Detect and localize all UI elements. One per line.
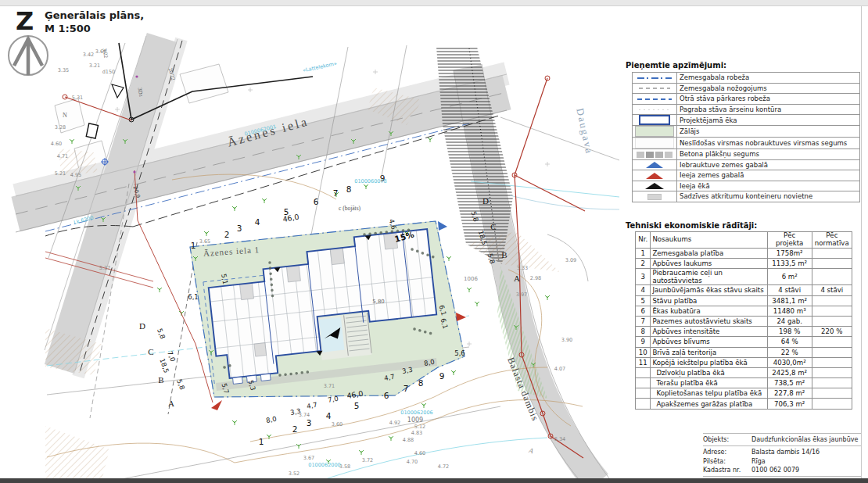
row-name: Apakšzemes garāžas platība — [651, 399, 767, 409]
row-project-value: 4030,0m² — [767, 357, 812, 367]
row-name: Ēkas kubatūra — [651, 306, 767, 316]
indicators-header-nr: Nr. — [636, 232, 651, 249]
row-project-value: 2425,8 m² — [767, 367, 812, 377]
info-row: Adrese:Balasta dambis 14/16 — [703, 445, 861, 456]
dash-blue-swatch — [633, 94, 677, 105]
row-name: Dzīvokļu platība ēkā — [651, 367, 767, 377]
row-project-value: 22 % — [767, 347, 812, 357]
legend-row: Ieeja zemes gabalā — [633, 170, 860, 181]
indicators-row: Dzīvokļu platība ēkā2425,8 m² — [636, 367, 852, 377]
row-name: Apbūves blīvums — [651, 337, 767, 347]
row-nr: 1 — [636, 249, 651, 259]
row-name: Apbūves laukums — [651, 259, 767, 269]
row-normative-value — [812, 269, 852, 285]
row-nr: 11 — [636, 357, 651, 367]
bin-swatch — [633, 191, 677, 202]
row-nr: 9 — [636, 337, 651, 347]
legend-label: Pagraba stāva ārseinu kontūra — [677, 104, 860, 115]
row-nr — [636, 399, 651, 409]
indicators-row: 10Brīvā zaļā teritorija22 % — [636, 347, 852, 357]
legend-row: Sadzīves atkritumu konteineru novietne — [633, 191, 860, 202]
white-swatch — [633, 138, 677, 149]
indicators-header-row: Nr.NosaukumsPēc projektaPēc normatīva — [636, 232, 852, 249]
info-row: Objekts:Daudzfunkcionālas ēkas jaunbūve — [703, 433, 861, 444]
row-normative-value — [812, 295, 852, 306]
indicators-header-normative: Pēc normatīva — [812, 232, 852, 249]
row-normative-value: 220 % — [812, 327, 852, 337]
info-value: Balasta dambis 14/16 — [751, 449, 861, 456]
legend-label: Ieeja ēkā — [677, 181, 860, 191]
sheet-title-line1: Ģenerālais plāns, — [45, 9, 144, 23]
row-project-value: 198 % — [767, 327, 812, 337]
row-nr: 7 — [636, 316, 651, 326]
legend-row: Zemesgabala robeža — [633, 73, 860, 84]
legend-row: Ieeja ēkā — [633, 181, 860, 191]
row-nr — [636, 367, 651, 377]
row-normative-value — [812, 306, 852, 316]
tri-black-swatch — [633, 181, 677, 191]
info-value: Daudzfunkcionālas ēkas jaunbūve — [751, 436, 861, 443]
dash-gray-swatch — [633, 83, 677, 94]
row-normative-value — [812, 378, 852, 388]
sheet-title-line2: M 1:500 — [45, 23, 144, 36]
row-name: Piebraucamie ceļi un autostāvvietas — [651, 269, 767, 285]
legend-row: Iebrauktuve zemes gabalā — [633, 159, 860, 170]
legend-row: Projektējamā ēka — [633, 115, 860, 126]
legend-label: Neslīdošas virsmas nobrauktuves virsmas … — [677, 138, 860, 149]
row-nr: 2 — [636, 259, 651, 269]
indicators-row: 5Stāvu platība3481,1 m² — [636, 295, 852, 306]
legend-label: Otrā stāva pārkares robeža — [677, 94, 860, 105]
legend-label: Projektējamā ēka — [677, 115, 860, 126]
indicators-row: 11Kopējā iekštelpu platība ēkā4030,0m² — [636, 357, 852, 367]
row-project-value: 24 gab. — [767, 316, 812, 326]
row-project-value: 3481,1 m² — [767, 295, 812, 306]
row-normative-value — [812, 399, 852, 409]
indicators-row: 6Ēkas kubatūra11480 m³ — [636, 306, 852, 316]
row-project-value: 64 % — [767, 337, 812, 347]
site-plan-sheet: Āzenes ielaĀzenes iela 1DaugavaBalasta d… — [0, 0, 868, 483]
dashdot-blue-swatch — [633, 73, 677, 84]
indicators-row: 8Apbūves intensitāte198 %220 % — [636, 327, 852, 337]
project-info-block: Objekts:Daudzfunkcionālas ēkas jaunbūveA… — [703, 431, 861, 483]
indicators-row: Koplietošanas telpu platība ēkā227,8 m² — [636, 388, 852, 399]
row-normative-value — [812, 259, 852, 269]
indicators-title: Tehniski ekonomiskie rādītāji: — [626, 221, 757, 230]
row-project-value: 1133,5 m² — [767, 259, 812, 269]
indicators-row: 3Piebraucamie ceļi un autostāvvietas6 m² — [636, 269, 852, 285]
row-name: Zemesgabala platība — [651, 249, 767, 259]
info-label: Kadastra nr. — [703, 467, 751, 474]
row-name: Kopējā iekštelpu platība ēkā — [651, 357, 767, 367]
legend-row: Zālājs — [633, 126, 860, 138]
legend-label: Sadzīves atkritumu konteineru novietne — [677, 191, 860, 202]
info-label: Pilsēta: — [703, 458, 751, 465]
row-normative-value — [812, 388, 852, 399]
legend-label: Zālājs — [677, 126, 860, 138]
indicators-row: 1Zemesgabala platība1758m² — [636, 249, 852, 259]
faint-swatch — [633, 104, 677, 115]
legend-label: Ieeja zemes gabalā — [677, 170, 860, 181]
row-name: Jaunbūvējamās ēkas stāvu skaits — [651, 285, 767, 295]
tiles-swatch — [633, 149, 677, 160]
legend-row: Zemesgabala nožogojums — [633, 83, 860, 94]
row-nr: 5 — [636, 295, 651, 306]
indicators-row: 9Apbūves blīvums64 % — [636, 337, 852, 347]
legend-title: Pieņemtie apzīmējumi: — [626, 61, 726, 70]
row-nr: 8 — [636, 327, 651, 337]
row-name: Apbūves intensitāte — [651, 327, 767, 337]
row-project-value: 11480 m³ — [767, 306, 812, 316]
info-label: Adrese: — [703, 449, 751, 456]
grass-swatch — [633, 126, 677, 138]
info-row: Kadastra nr.0100 062 0079 — [703, 466, 861, 475]
legend-label: Zemesgabala robeža — [677, 73, 860, 84]
right-panel: Pieņemtie apzīmējumi: Zemesgabala robeža… — [622, 6, 868, 478]
info-label: Objekts: — [703, 436, 751, 443]
info-value: Rīga — [751, 458, 861, 465]
row-name: Terašu platība ēkā — [651, 378, 767, 388]
row-normative-value — [812, 367, 852, 377]
info-row: Pilsēta:Rīga — [703, 456, 861, 466]
legend-row: Otrā stāva pārkares robeža — [633, 94, 860, 105]
row-normative-value — [812, 249, 852, 259]
north-arrow-icon — [5, 30, 51, 78]
row-project-value: 4 stāvi — [767, 285, 812, 295]
row-nr: 6 — [636, 306, 651, 316]
